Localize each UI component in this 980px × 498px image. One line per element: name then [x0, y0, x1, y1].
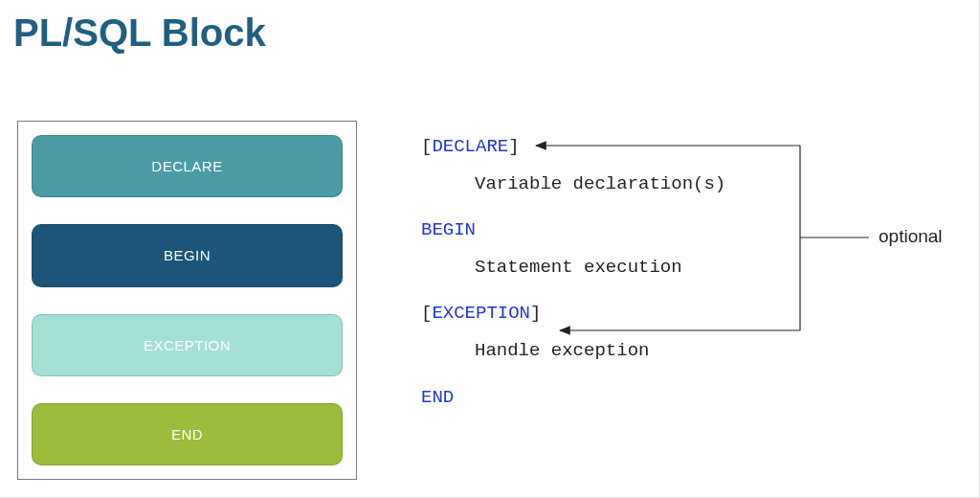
plsql-block-container: DECLARE BEGIN EXCEPTION END	[17, 121, 357, 480]
plsql-code-column: [DECLARE] Variable declaration(s) BEGIN …	[421, 134, 823, 421]
code-line-declare: [DECLARE]	[421, 134, 823, 160]
bracket-close-2: ]	[530, 303, 541, 324]
code-line-begin: BEGIN	[421, 217, 823, 243]
keyword-declare: DECLARE	[432, 136, 508, 157]
block-exception: EXCEPTION	[32, 314, 343, 376]
code-begin-section: BEGIN Statement execution	[421, 217, 823, 280]
bracket-close: ]	[508, 136, 519, 157]
keyword-exception: EXCEPTION	[432, 303, 530, 324]
block-begin-label: BEGIN	[164, 247, 211, 263]
slide-title: PL/SQL Block	[0, 0, 979, 55]
block-declare-label: DECLARE	[151, 158, 222, 174]
keyword-begin: BEGIN	[421, 219, 476, 240]
code-line-exception: [EXCEPTION]	[421, 301, 823, 327]
block-begin: BEGIN	[32, 224, 343, 286]
block-end: END	[32, 403, 343, 465]
code-line-handle-exception: Handle exception	[421, 338, 823, 364]
code-declare-section: [DECLARE] Variable declaration(s)	[421, 134, 823, 196]
block-declare: DECLARE	[32, 135, 343, 197]
keyword-end: END	[421, 387, 454, 408]
code-exception-section: [EXCEPTION] Handle exception	[421, 301, 823, 363]
code-end-section: END	[421, 385, 823, 411]
block-exception-label: EXCEPTION	[144, 337, 231, 353]
code-line-end: END	[421, 385, 823, 411]
bracket-open-2: [	[421, 303, 432, 324]
annotation-optional: optional	[879, 226, 943, 247]
bracket-open: [	[421, 136, 432, 157]
block-end-label: END	[171, 426, 203, 442]
code-line-variable-decl: Variable declaration(s)	[421, 171, 823, 197]
code-line-statement-exec: Statement execution	[421, 255, 823, 281]
slide-plsql-block: PL/SQL Block DECLARE BEGIN EXCEPTION END…	[0, 0, 980, 498]
